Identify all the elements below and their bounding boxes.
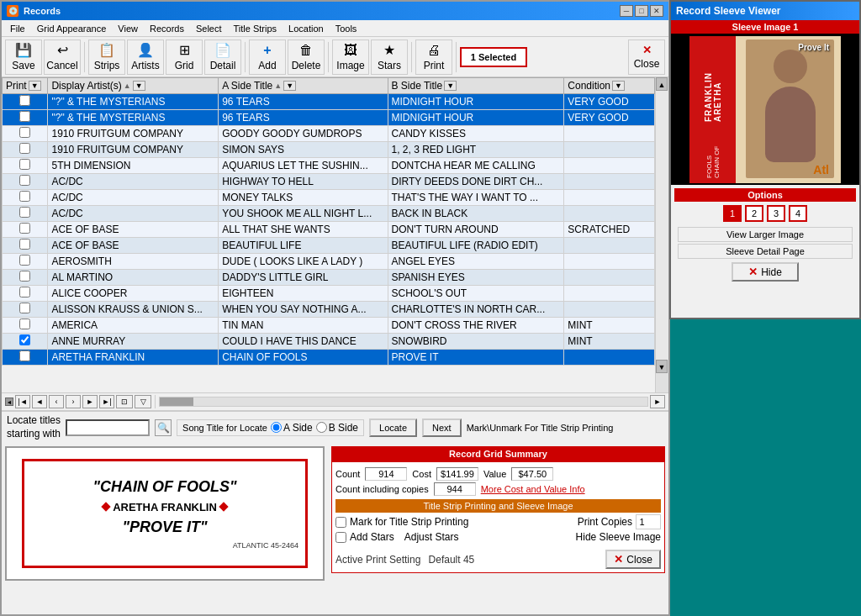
print-checkbox[interactable] [19,271,30,282]
menu-file[interactable]: File [5,23,30,34]
print-checkbox[interactable] [19,175,30,186]
radio-aside[interactable] [271,422,282,433]
detail-button[interactable]: 📄 Detail [204,39,241,75]
menu-location[interactable]: Location [283,23,329,34]
sleeve-option-3[interactable]: 3 [767,205,785,222]
print-cell[interactable] [3,270,48,286]
table-row[interactable]: 1910 FRUITGUM COMPANY GOODY GOODY GUMDRO… [3,126,655,142]
menu-select[interactable]: Select [191,23,227,34]
print-cell[interactable] [3,174,48,190]
print-checkbox[interactable] [19,239,30,250]
print-cell[interactable] [3,206,48,222]
print-checkbox[interactable] [19,143,30,154]
print-cell[interactable] [3,302,48,318]
scroll-down-btn[interactable]: ▼ [656,360,668,373]
print-checkbox[interactable] [19,287,30,297]
col-header-aside[interactable]: A Side Title ▲ ▼ [219,78,388,94]
print-checkbox[interactable] [19,111,30,122]
nav-last-button[interactable]: ►| [99,395,114,408]
locate-search-icon[interactable]: 🔍 [155,419,172,436]
menu-title-strips[interactable]: Title Strips [229,23,283,34]
table-row[interactable]: AEROSMITH DUDE ( LOOKS LIKE A LADY ) ANG… [3,254,655,270]
print-col-btn[interactable]: ▼ [29,81,41,91]
mark-print-checkbox[interactable] [335,517,346,528]
print-checkbox[interactable] [19,255,30,266]
sleeve-option-2[interactable]: 2 [745,205,763,222]
print-cell[interactable] [3,238,48,254]
add-stars-checkbox[interactable] [335,532,346,543]
table-row[interactable]: AC/DC MONEY TALKS THAT'S THE WAY I WANT … [3,190,655,206]
strips-button[interactable]: 📋 Strips [88,39,125,75]
print-checkbox[interactable] [19,223,30,234]
print-copies-input[interactable] [636,514,661,529]
cond-col-btn[interactable]: ▼ [612,81,625,91]
print-cell[interactable] [3,94,48,110]
print-checkbox[interactable] [19,191,30,202]
print-cell[interactable] [3,142,48,158]
table-row[interactable]: ALISSON KRAUSS & UNION S... WHEN YOU SAY… [3,302,655,318]
horizontal-scrollbar[interactable] [159,397,648,407]
menu-view[interactable]: View [113,23,143,34]
print-button[interactable]: 🖨 Print [415,39,452,75]
minimize-button[interactable]: ─ [620,5,633,17]
close-button[interactable]: ✕ Close [628,39,665,75]
print-cell[interactable] [3,126,48,142]
print-checkbox[interactable] [19,334,30,345]
print-cell[interactable] [3,110,48,126]
print-cell[interactable] [3,254,48,270]
table-row[interactable]: AC/DC YOU SHOOK ME ALL NIGHT L... BACK I… [3,206,655,222]
print-checkbox[interactable] [19,95,30,106]
nav-extra-button[interactable]: ⊡ [116,395,133,408]
grid-button[interactable]: ⊞ Grid [166,39,203,75]
image-button[interactable]: 🖼 Image [332,39,369,75]
sleeve-detail-link[interactable]: Sleeve Detail Page [678,244,853,259]
print-cell[interactable] [3,158,48,174]
aside-col-btn[interactable]: ▼ [283,81,296,91]
print-checkbox[interactable] [19,207,30,218]
table-row[interactable]: ANNE MURRAY COULD I HAVE THIS DANCE SNOW… [3,334,655,350]
nav-first-button[interactable]: |◄ [15,395,30,408]
table-row[interactable]: ALICE COOPER EIGHTEEN SCHOOL'S OUT [3,286,655,302]
table-row[interactable]: "?" & THE MYSTERIANS 96 TEARS MIDNIGHT H… [3,110,655,126]
print-cell[interactable] [3,190,48,206]
radio-bside[interactable] [316,422,327,433]
table-row[interactable]: AL MARTINO DADDY'S LITTLE GIRL SPANISH E… [3,270,655,286]
hide-button[interactable]: ✕ Hide [732,262,799,282]
artists-button[interactable]: 👤 Artists [127,39,164,75]
table-row[interactable]: ARETHA FRANKLIN CHAIN OF FOOLS PROVE IT [3,350,655,366]
nav-next-button[interactable]: ► [82,395,98,408]
table-row[interactable]: ACE OF BASE ALL THAT SHE WANTS DON'T TUR… [3,222,655,238]
print-checkbox[interactable] [19,127,30,138]
add-button[interactable]: + Add [249,39,286,75]
sleeve-option-4[interactable]: 4 [789,205,807,222]
table-row[interactable]: AC/DC HIGHWAY TO HELL DIRTY DEEDS DONE D… [3,174,655,190]
col-header-condition[interactable]: Condition ▼ [564,78,655,94]
nav-prev-small-button[interactable]: ‹ [49,395,64,408]
more-info-link[interactable]: More Cost and Value Info [481,484,585,494]
print-cell[interactable] [3,350,48,366]
menu-tools[interactable]: Tools [330,23,362,34]
cancel-button[interactable]: ↩ Cancel [44,39,81,75]
artist-col-btn[interactable]: ▼ [133,81,145,91]
table-row[interactable]: ACE OF BASE BEAUTIFUL LIFE BEAUTIFUL LIF… [3,238,655,254]
col-header-print[interactable]: Print ▼ [3,78,48,94]
print-cell[interactable] [3,286,48,302]
nav-next-small-button[interactable]: › [66,395,81,408]
nav-prev-button[interactable]: ◄ [32,395,47,408]
print-checkbox[interactable] [19,319,30,329]
table-row[interactable]: 1910 FRUITGUM COMPANY SIMON SAYS 1, 2, 3… [3,142,655,158]
menu-grid-appearance[interactable]: Grid Appearance [32,23,112,34]
menu-records[interactable]: Records [145,23,189,34]
scroll-up-btn[interactable]: ▲ [656,77,668,91]
radio-bside-label[interactable]: B Side [316,422,358,434]
locate-input[interactable] [66,419,150,436]
save-button[interactable]: 💾 Save [5,39,42,75]
print-checkbox[interactable] [19,350,30,361]
maximize-button[interactable]: □ [635,5,648,17]
print-checkbox[interactable] [19,159,30,170]
nav-scroll-right-button[interactable]: ► [650,395,665,408]
print-cell[interactable] [3,334,48,350]
locate-button[interactable]: Locate [369,419,417,437]
table-row[interactable]: AMERICA TIN MAN DON'T CROSS THE RIVER MI… [3,318,655,334]
table-vertical-scrollbar[interactable]: ▲ ▼ [655,77,668,392]
